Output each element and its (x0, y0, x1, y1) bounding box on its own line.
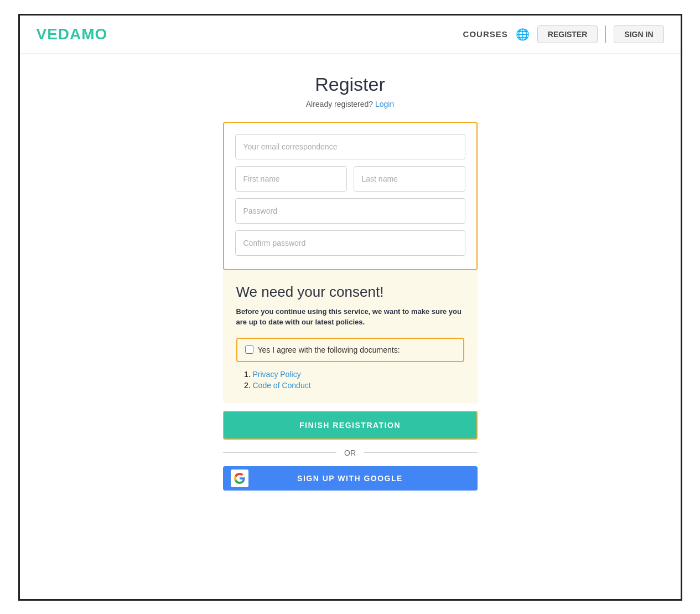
main-content: Register Already registered? Login We ne… (20, 54, 681, 599)
policy-item-conduct: Code of Conduct (253, 381, 464, 390)
name-row (235, 166, 465, 192)
nav-courses[interactable]: COURSES (463, 29, 508, 39)
globe-icon[interactable]: 🌐 (516, 28, 530, 41)
code-of-conduct-link[interactable]: Code of Conduct (253, 381, 311, 390)
registration-form (223, 122, 478, 270)
policy-item-privacy: Privacy Policy (253, 370, 464, 379)
page-title: Register (315, 74, 385, 95)
consent-checkbox-row: Yes I agree with the following documents… (236, 338, 464, 362)
login-link[interactable]: Login (375, 100, 394, 109)
first-name-input[interactable] (235, 166, 347, 192)
consent-box: We need your consent! Before you continu… (223, 270, 478, 403)
or-divider: OR (223, 448, 478, 457)
or-line-left (223, 452, 337, 453)
finish-registration-button[interactable]: FINISH REGISTRATION (223, 411, 478, 440)
password-input[interactable] (235, 198, 465, 224)
consent-description: Before you continue using this service, … (236, 306, 464, 328)
or-line-right (364, 452, 478, 453)
register-button[interactable]: REGISTER (537, 25, 598, 43)
google-signup-button[interactable]: SIGN UP WITH GOOGLE (223, 466, 478, 491)
consent-checkbox[interactable] (245, 345, 253, 354)
logo: VEDAMO (37, 25, 108, 43)
confirm-password-input[interactable] (235, 230, 465, 256)
last-name-input[interactable] (354, 166, 465, 192)
google-signup-label: SIGN UP WITH GOOGLE (232, 474, 469, 483)
email-input[interactable] (235, 134, 465, 159)
policy-list: Privacy Policy Code of Conduct (236, 370, 464, 390)
already-registered-text: Already registered? Login (306, 100, 395, 109)
consent-checkbox-label: Yes I agree with the following documents… (258, 345, 400, 354)
nav-right: COURSES 🌐 REGISTER SIGN IN (463, 25, 664, 43)
consent-title: We need your consent! (236, 283, 464, 301)
header: VEDAMO COURSES 🌐 REGISTER SIGN IN (20, 16, 681, 54)
google-g-icon (234, 473, 245, 484)
privacy-policy-link[interactable]: Privacy Policy (253, 370, 301, 379)
or-text: OR (344, 448, 356, 457)
signin-button[interactable]: SIGN IN (614, 25, 663, 43)
nav-divider (605, 25, 606, 43)
google-icon-wrapper (231, 469, 248, 487)
